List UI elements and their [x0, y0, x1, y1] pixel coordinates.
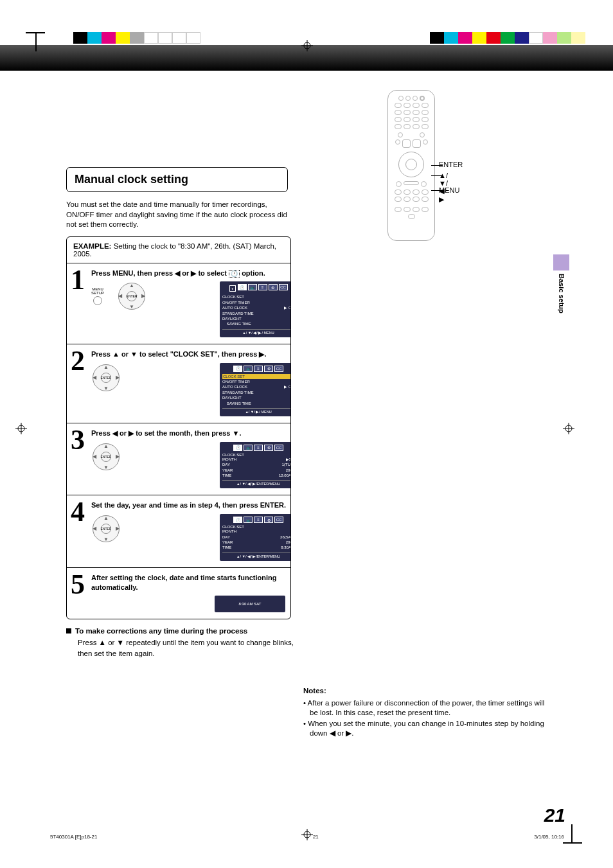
osd-screen-1: ⬥ 🕐📺≡⚙CC CLOCK SET▶ ON/OFF TIMER▶ AUTO C…: [220, 281, 291, 337]
dpad-icon: ENTER ▲▼ ◀▶: [117, 281, 147, 311]
osd-screen-4: 🕐📺≡⚙CC CLOCK SET MONTH3 DAY26(SAT) YEAR2…: [220, 514, 291, 561]
corrections-section: To make corrections any time during the …: [66, 627, 298, 658]
step-number: 2: [71, 350, 91, 416]
step-number: 5: [71, 573, 91, 613]
example-row: EXAMPLE: Setting the clock to "8:30 AM",…: [67, 237, 290, 263]
corrections-heading: To make corrections any time during the …: [75, 627, 247, 635]
step-number: 3: [71, 429, 91, 488]
notes-section: Notes: • After a power failure or discon…: [303, 686, 547, 739]
step-number: 4: [71, 500, 91, 560]
step-3: 3 Press ◀ or ▶ to set the month, then pr…: [67, 423, 290, 495]
step-5: 5 After setting the clock, date and time…: [67, 568, 290, 619]
step-4: 4 Set the day, year and time as in step …: [67, 495, 290, 567]
registration-mark-icon: [15, 423, 27, 436]
dpad-icon: ENTER ▲▼ ◀▶: [91, 363, 121, 393]
clock-option-icon: 🕐: [229, 270, 240, 278]
notes-heading: Notes:: [303, 686, 547, 696]
footer-page: 21: [313, 834, 319, 840]
step-number: 1: [71, 269, 91, 337]
step-instruction: After setting the clock, date and time s…: [91, 573, 285, 592]
steps-container: EXAMPLE: Setting the clock to "8:30 AM",…: [66, 236, 291, 620]
remote-label-enter: ENTER: [439, 161, 463, 168]
osd-screen-2: 🕐📺≡⚙CC CLOCK SET▶ ON/OFF TIMER▶ AUTO CLO…: [220, 363, 291, 416]
step-instruction: Set the day, year and time as in step 4,…: [91, 500, 291, 510]
corrections-body: Press ▲ or ▼ repeatedly until the item y…: [78, 637, 298, 658]
dpad-icon: ENTER ▲▼ ◀▶: [91, 442, 121, 472]
step-instruction: Press MENU, then press ◀ or ▶ to select …: [91, 269, 291, 278]
section-title: Manual clock setting: [75, 173, 280, 186]
section-title-box: Manual clock setting: [66, 167, 288, 192]
intro-paragraph: You must set the date and time manually …: [66, 200, 291, 230]
crop-corner-icon: [26, 26, 51, 51]
remote-label-menu: MENU: [439, 186, 459, 194]
footer-filename: 5T40301A [E]p18-21: [50, 834, 97, 840]
note-item: • After a power failure or disconnection…: [303, 698, 547, 718]
step-instruction: Press ◀ or ▶ to set the month, then pres…: [91, 429, 291, 438]
square-bullet-icon: [66, 628, 71, 633]
page-number: 21: [544, 804, 565, 826]
footer-datetime: 3/1/05, 10:16: [534, 834, 564, 840]
step-2: 2 Press ▲ or ▼ to select "CLOCK SET", th…: [67, 344, 290, 423]
step-instruction: Press ▲ or ▼ to select "CLOCK SET", then…: [91, 350, 291, 359]
dpad-icon: ENTER ▲▼ ◀▶: [91, 514, 121, 544]
remote-illustration: ENTER ▲/▼/◀/▶ MENU: [387, 90, 435, 241]
nav-diamond-icon: ⬥: [229, 285, 236, 292]
registration-mark-icon: [301, 40, 313, 53]
step-1: 1 Press MENU, then press ◀ or ▶ to selec…: [67, 263, 290, 344]
footer-meta: 5T40301A [E]p18-21 21 3/1/05, 10:16: [50, 834, 564, 840]
note-item: • When you set the minute, you can chang…: [303, 719, 547, 739]
example-label: EXAMPLE:: [73, 242, 111, 250]
menu-setup-button-icon: MENU SETUP: [91, 287, 104, 305]
osd-screen-3: 🕐📺≡⚙CC CLOCK SET MONTH▶3◀ DAY1(TUE) YEAR…: [220, 442, 291, 489]
clock-display: 8:30 AM SAT: [215, 596, 285, 612]
